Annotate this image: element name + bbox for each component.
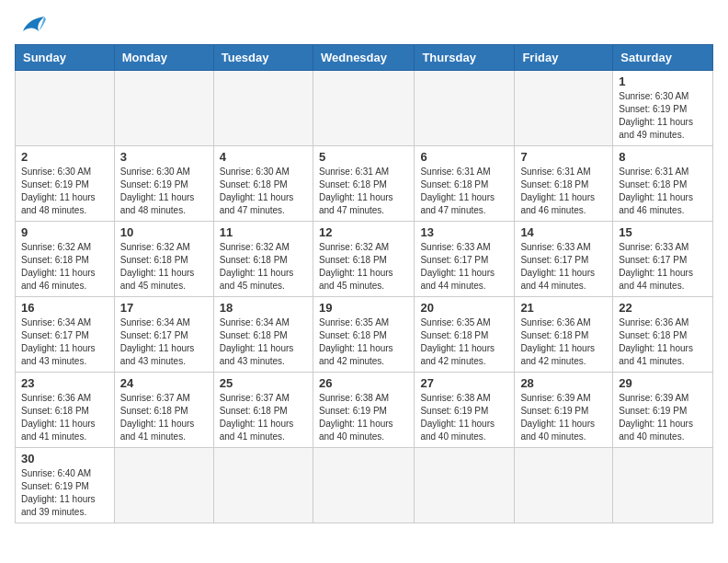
day-info: Sunrise: 6:33 AM Sunset: 6:17 PM Dayligh… <box>420 241 508 293</box>
day-number: 27 <box>420 376 508 390</box>
day-number: 29 <box>619 376 707 390</box>
day-info: Sunrise: 6:32 AM Sunset: 6:18 PM Dayligh… <box>21 241 108 293</box>
day-number: 3 <box>120 150 208 164</box>
calendar-cell: 26Sunrise: 6:38 AM Sunset: 6:19 PM Dayli… <box>313 373 414 448</box>
header-monday: Monday <box>114 45 213 71</box>
day-info: Sunrise: 6:31 AM Sunset: 6:18 PM Dayligh… <box>420 166 508 217</box>
calendar-cell <box>515 71 613 146</box>
day-number: 8 <box>619 150 707 164</box>
header-tuesday: Tuesday <box>213 45 313 71</box>
day-info: Sunrise: 6:34 AM Sunset: 6:18 PM Dayligh… <box>220 316 307 368</box>
day-info: Sunrise: 6:30 AM Sunset: 6:19 PM Dayligh… <box>120 166 208 217</box>
calendar-cell: 12Sunrise: 6:32 AM Sunset: 6:18 PM Dayli… <box>313 222 414 297</box>
day-info: Sunrise: 6:34 AM Sunset: 6:17 PM Dayligh… <box>21 316 108 368</box>
calendar-week-4: 16Sunrise: 6:34 AM Sunset: 6:17 PM Dayli… <box>16 297 713 373</box>
day-number: 6 <box>420 150 508 164</box>
day-info: Sunrise: 6:34 AM Sunset: 6:17 PM Dayligh… <box>120 316 208 368</box>
calendar-cell: 11Sunrise: 6:32 AM Sunset: 6:18 PM Dayli… <box>213 222 313 297</box>
day-info: Sunrise: 6:36 AM Sunset: 6:18 PM Dayligh… <box>520 316 607 368</box>
day-number: 25 <box>220 376 307 390</box>
header-saturday: Saturday <box>613 45 713 71</box>
calendar-cell <box>613 448 713 523</box>
calendar-cell: 8Sunrise: 6:31 AM Sunset: 6:18 PM Daylig… <box>613 146 713 222</box>
day-number: 19 <box>319 301 408 315</box>
day-number: 10 <box>120 225 208 239</box>
day-number: 13 <box>420 225 508 239</box>
header-sunday: Sunday <box>16 45 115 71</box>
calendar-cell <box>313 71 414 146</box>
day-number: 20 <box>420 301 508 315</box>
day-info: Sunrise: 6:36 AM Sunset: 6:18 PM Dayligh… <box>21 392 108 443</box>
calendar-cell <box>114 71 213 146</box>
calendar-cell: 22Sunrise: 6:36 AM Sunset: 6:18 PM Dayli… <box>613 297 713 373</box>
logo-bird-icon <box>18 15 46 35</box>
day-number: 17 <box>120 301 208 315</box>
calendar-cell: 4Sunrise: 6:30 AM Sunset: 6:18 PM Daylig… <box>213 146 313 222</box>
calendar-cell: 23Sunrise: 6:36 AM Sunset: 6:18 PM Dayli… <box>16 373 115 448</box>
day-number: 14 <box>520 225 607 239</box>
day-number: 16 <box>21 301 108 315</box>
day-info: Sunrise: 6:40 AM Sunset: 6:19 PM Dayligh… <box>21 467 108 519</box>
calendar-cell <box>114 448 213 523</box>
calendar-cell: 1Sunrise: 6:30 AM Sunset: 6:19 PM Daylig… <box>613 71 713 146</box>
day-info: Sunrise: 6:32 AM Sunset: 6:18 PM Dayligh… <box>220 241 307 293</box>
day-info: Sunrise: 6:31 AM Sunset: 6:18 PM Dayligh… <box>319 166 408 217</box>
calendar-cell: 2Sunrise: 6:30 AM Sunset: 6:19 PM Daylig… <box>16 146 115 222</box>
day-info: Sunrise: 6:35 AM Sunset: 6:18 PM Dayligh… <box>420 316 508 368</box>
day-info: Sunrise: 6:33 AM Sunset: 6:17 PM Dayligh… <box>619 241 707 293</box>
calendar-cell <box>16 71 115 146</box>
day-info: Sunrise: 6:37 AM Sunset: 6:18 PM Dayligh… <box>220 392 307 443</box>
calendar-cell: 14Sunrise: 6:33 AM Sunset: 6:17 PM Dayli… <box>515 222 613 297</box>
day-info: Sunrise: 6:31 AM Sunset: 6:18 PM Dayligh… <box>520 166 607 217</box>
calendar-cell <box>415 71 515 146</box>
day-info: Sunrise: 6:30 AM Sunset: 6:18 PM Dayligh… <box>220 166 307 217</box>
day-number: 11 <box>220 225 307 239</box>
day-info: Sunrise: 6:32 AM Sunset: 6:18 PM Dayligh… <box>319 241 408 293</box>
calendar-cell <box>213 448 313 523</box>
day-number: 28 <box>520 376 607 390</box>
header <box>15 15 713 35</box>
header-friday: Friday <box>515 45 613 71</box>
calendar-cell: 18Sunrise: 6:34 AM Sunset: 6:18 PM Dayli… <box>213 297 313 373</box>
calendar-cell: 9Sunrise: 6:32 AM Sunset: 6:18 PM Daylig… <box>16 222 115 297</box>
day-number: 23 <box>21 376 108 390</box>
day-info: Sunrise: 6:39 AM Sunset: 6:19 PM Dayligh… <box>520 392 607 443</box>
day-number: 21 <box>520 301 607 315</box>
calendar-cell: 3Sunrise: 6:30 AM Sunset: 6:19 PM Daylig… <box>114 146 213 222</box>
calendar-cell <box>313 448 414 523</box>
day-info: Sunrise: 6:33 AM Sunset: 6:17 PM Dayligh… <box>520 241 607 293</box>
calendar-cell: 7Sunrise: 6:31 AM Sunset: 6:18 PM Daylig… <box>515 146 613 222</box>
day-info: Sunrise: 6:32 AM Sunset: 6:18 PM Dayligh… <box>120 241 208 293</box>
calendar-cell: 17Sunrise: 6:34 AM Sunset: 6:17 PM Dayli… <box>114 297 213 373</box>
day-number: 24 <box>120 376 208 390</box>
calendar-cell: 19Sunrise: 6:35 AM Sunset: 6:18 PM Dayli… <box>313 297 414 373</box>
calendar-week-3: 9Sunrise: 6:32 AM Sunset: 6:18 PM Daylig… <box>16 222 713 297</box>
day-number: 15 <box>619 225 707 239</box>
calendar-cell: 30Sunrise: 6:40 AM Sunset: 6:19 PM Dayli… <box>16 448 115 523</box>
calendar-cell <box>515 448 613 523</box>
day-info: Sunrise: 6:39 AM Sunset: 6:19 PM Dayligh… <box>619 392 707 443</box>
day-number: 22 <box>619 301 707 315</box>
day-info: Sunrise: 6:37 AM Sunset: 6:18 PM Dayligh… <box>120 392 208 443</box>
calendar-cell: 27Sunrise: 6:38 AM Sunset: 6:19 PM Dayli… <box>415 373 515 448</box>
day-info: Sunrise: 6:36 AM Sunset: 6:18 PM Dayligh… <box>619 316 707 368</box>
day-number: 1 <box>619 75 707 88</box>
day-info: Sunrise: 6:38 AM Sunset: 6:19 PM Dayligh… <box>319 392 408 443</box>
calendar-week-2: 2Sunrise: 6:30 AM Sunset: 6:19 PM Daylig… <box>16 146 713 222</box>
calendar-cell: 29Sunrise: 6:39 AM Sunset: 6:19 PM Dayli… <box>613 373 713 448</box>
calendar-cell: 10Sunrise: 6:32 AM Sunset: 6:18 PM Dayli… <box>114 222 213 297</box>
calendar: SundayMondayTuesdayWednesdayThursdayFrid… <box>15 44 713 523</box>
day-number: 9 <box>21 225 108 239</box>
day-info: Sunrise: 6:38 AM Sunset: 6:19 PM Dayligh… <box>420 392 508 443</box>
calendar-cell: 16Sunrise: 6:34 AM Sunset: 6:17 PM Dayli… <box>16 297 115 373</box>
calendar-cell <box>415 448 515 523</box>
day-number: 2 <box>21 150 108 164</box>
day-number: 5 <box>319 150 408 164</box>
header-thursday: Thursday <box>415 45 515 71</box>
day-number: 18 <box>220 301 307 315</box>
calendar-week-6: 30Sunrise: 6:40 AM Sunset: 6:19 PM Dayli… <box>16 448 713 523</box>
calendar-cell: 25Sunrise: 6:37 AM Sunset: 6:18 PM Dayli… <box>213 373 313 448</box>
day-number: 26 <box>319 376 408 390</box>
calendar-cell: 6Sunrise: 6:31 AM Sunset: 6:18 PM Daylig… <box>415 146 515 222</box>
calendar-cell: 13Sunrise: 6:33 AM Sunset: 6:17 PM Dayli… <box>415 222 515 297</box>
